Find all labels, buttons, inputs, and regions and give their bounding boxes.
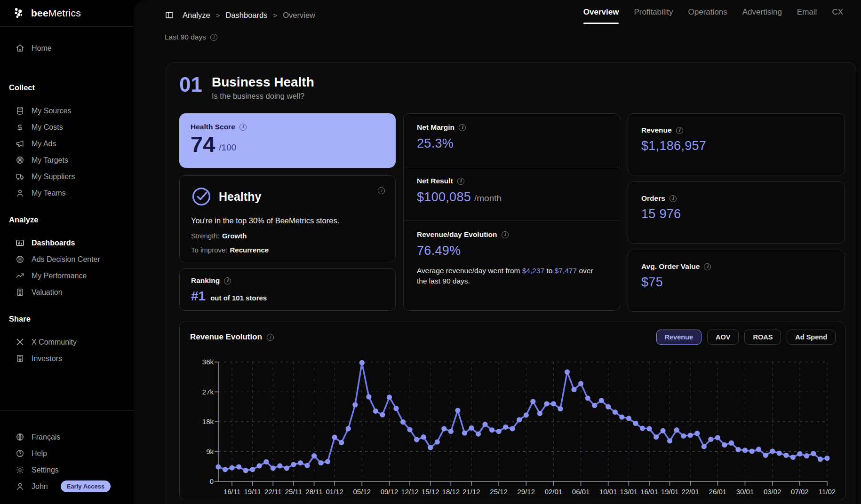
data-point-marker[interactable] [722,442,727,448]
info-icon[interactable] [670,195,677,202]
data-point-marker[interactable] [702,444,707,449]
data-point-marker[interactable] [400,419,406,425]
sidebar-item-john[interactable]: JohnEarly Access [0,478,134,495]
data-point-marker[interactable] [777,450,782,456]
info-icon[interactable] [676,127,683,134]
sidebar-item-my-targets[interactable]: My Targets [0,152,134,168]
data-point-marker[interactable] [373,409,378,414]
data-point-marker[interactable] [585,395,590,401]
data-point-marker[interactable] [565,370,570,375]
data-point-marker[interactable] [298,460,303,465]
data-point-marker[interactable] [476,432,481,437]
tab-operations[interactable]: Operations [688,8,727,26]
data-point-marker[interactable] [640,426,645,431]
tab-profitability[interactable]: Profitability [634,8,673,26]
chart-toggle-aov[interactable]: AOV [707,330,739,345]
data-point-marker[interactable] [818,457,823,462]
data-point-marker[interactable] [824,456,829,461]
data-point-marker[interactable] [366,394,371,400]
data-point-marker[interactable] [763,453,768,458]
data-point-marker[interactable] [284,465,289,471]
data-point-marker[interactable] [811,451,816,456]
data-point-marker[interactable] [243,468,248,473]
sidebar-item-settings[interactable]: Settings [0,462,134,478]
sidebar-item-ads-decision-center[interactable]: Ads Decision Center [0,251,134,268]
data-point-marker[interactable] [530,399,535,404]
info-icon[interactable] [502,231,509,238]
health-score-card[interactable]: Health Score 74 /100 [179,113,396,168]
data-point-marker[interactable] [393,406,399,411]
data-point-marker[interactable] [482,422,487,427]
info-icon[interactable] [239,124,247,131]
sidebar-item-my-performance[interactable]: My Performance [0,268,134,284]
chart-toggle-roas[interactable]: ROAS [744,330,781,345]
data-point-marker[interactable] [448,429,454,434]
breadcrumb-item-dashboards[interactable]: Dashboards [225,11,267,20]
info-icon[interactable] [457,178,464,185]
sidebar-item-dashboards[interactable]: Dashboards [0,235,134,251]
data-point-marker[interactable] [236,464,241,469]
data-point-marker[interactable] [489,427,494,433]
period-selector[interactable]: Last 90 days [165,33,217,41]
tab-email[interactable]: Email [797,8,817,26]
data-point-marker[interactable] [223,467,228,472]
info-icon[interactable] [704,263,711,270]
data-point-marker[interactable] [263,459,269,465]
panel-toggle-icon[interactable] [165,10,174,20]
data-point-marker[interactable] [271,465,276,471]
data-point-marker[interactable] [291,462,296,467]
data-point-marker[interactable] [407,427,413,432]
sidebar-item-help[interactable]: Help [0,445,134,462]
data-point-marker[interactable] [277,463,282,468]
data-point-marker[interactable] [387,394,392,400]
data-point-marker[interactable] [537,411,542,416]
sidebar-item-my-teams[interactable]: My Teams [0,185,134,201]
sidebar-item-valuation[interactable]: Valuation [0,284,134,300]
info-icon[interactable] [459,124,466,131]
data-point-marker[interactable] [571,387,576,392]
data-point-marker[interactable] [304,463,310,468]
data-point-marker[interactable] [319,460,324,465]
data-point-marker[interactable] [441,426,446,431]
data-point-marker[interactable] [654,434,659,440]
data-point-marker[interactable] [715,435,720,440]
data-point-marker[interactable] [770,449,775,454]
sidebar-item-fran-ais[interactable]: Français [0,429,134,445]
data-point-marker[interactable] [257,463,262,468]
data-point-marker[interactable] [756,447,761,452]
data-point-marker[interactable] [215,464,221,469]
data-point-marker[interactable] [359,360,365,365]
data-point-marker[interactable] [503,425,508,430]
data-point-marker[interactable] [517,417,522,422]
tab-advertising[interactable]: Advertising [742,8,782,26]
data-point-marker[interactable] [435,439,440,444]
data-point-marker[interactable] [708,437,713,442]
breadcrumb-item-analyze[interactable]: Analyze [183,11,210,20]
breadcrumb-item-overview[interactable]: Overview [283,11,315,20]
data-point-marker[interactable] [551,401,556,406]
data-point-marker[interactable] [735,447,741,452]
data-point-marker[interactable] [510,426,515,431]
data-point-marker[interactable] [469,425,474,431]
data-point-marker[interactable] [421,434,426,440]
sidebar-item-my-ads[interactable]: My Ads [0,135,134,152]
info-icon[interactable] [224,277,231,284]
data-point-marker[interactable] [592,403,597,408]
data-point-marker[interactable] [414,437,419,442]
data-point-marker[interactable] [332,435,337,440]
data-point-marker[interactable] [544,401,549,406]
data-point-marker[interactable] [558,406,563,411]
data-point-marker[interactable] [606,404,611,410]
data-point-marker[interactable] [346,426,351,431]
sidebar-item-x-community[interactable]: X Community [0,334,134,350]
data-point-marker[interactable] [352,402,358,407]
data-point-marker[interactable] [613,410,618,415]
data-point-marker[interactable] [311,453,317,458]
data-point-marker[interactable] [250,467,255,472]
data-point-marker[interactable] [674,427,679,433]
data-point-marker[interactable] [496,429,502,434]
data-point-marker[interactable] [230,465,235,471]
data-point-marker[interactable] [729,441,734,446]
data-point-marker[interactable] [455,408,460,413]
data-point-marker[interactable] [462,430,467,435]
